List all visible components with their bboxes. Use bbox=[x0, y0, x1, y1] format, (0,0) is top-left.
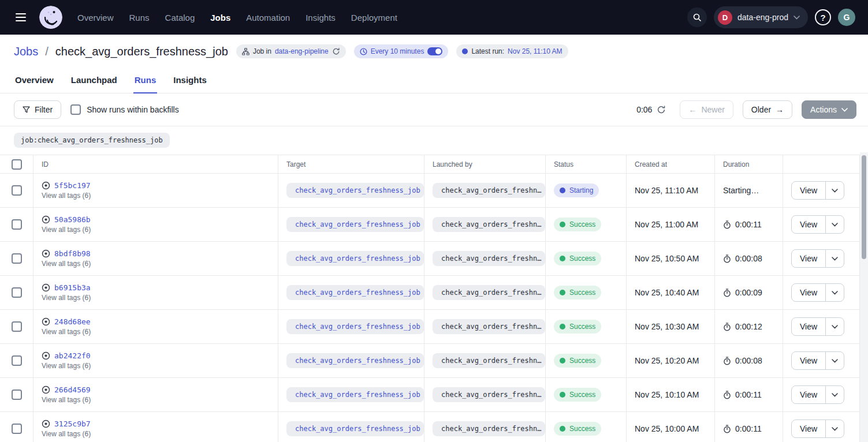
view-all-tags-link[interactable]: View all tags (6) bbox=[42, 328, 91, 336]
dagster-logo-icon[interactable] bbox=[39, 6, 62, 29]
target-chip[interactable]: check_avg_orders_freshness_job bbox=[286, 319, 424, 334]
deployment-switcher[interactable]: D data-eng-prod bbox=[714, 6, 808, 28]
tab-runs[interactable]: Runs bbox=[133, 69, 158, 93]
select-all-checkbox[interactable] bbox=[12, 159, 22, 170]
nav-item-deployment[interactable]: Deployment bbox=[351, 13, 397, 23]
nav-item-catalog[interactable]: Catalog bbox=[165, 13, 195, 23]
menu-icon[interactable] bbox=[12, 8, 30, 27]
stopwatch-icon bbox=[723, 220, 731, 229]
latest-run-status-dot-icon bbox=[462, 48, 468, 54]
view-button[interactable]: View bbox=[792, 250, 825, 267]
user-avatar[interactable]: G bbox=[838, 9, 855, 26]
latest-run-link[interactable]: Nov 25, 11:10 AM bbox=[508, 47, 562, 55]
target-chip[interactable]: check_avg_orders_freshness_job bbox=[286, 387, 424, 402]
view-dropdown-button[interactable] bbox=[825, 386, 844, 403]
launched-by-chip[interactable]: check_avg_orders_freshn… bbox=[433, 319, 545, 334]
status-dot-icon bbox=[560, 188, 565, 193]
launched-by-chip[interactable]: check_avg_orders_freshn… bbox=[433, 421, 545, 436]
newer-button[interactable]: ← Newer bbox=[680, 100, 733, 119]
schedule-toggle[interactable] bbox=[427, 47, 442, 55]
run-id-link[interactable]: 50a5986b bbox=[54, 215, 91, 224]
view-button[interactable]: View bbox=[792, 352, 825, 369]
job-location-chip: Job in data-eng-pipeline bbox=[236, 44, 346, 58]
view-button[interactable]: View bbox=[792, 318, 825, 335]
row-checkbox[interactable] bbox=[12, 185, 22, 196]
nav-item-overview[interactable]: Overview bbox=[77, 13, 114, 23]
job-filter-token[interactable]: job:check_avg_orders_freshness_job bbox=[14, 133, 170, 148]
row-checkbox[interactable] bbox=[12, 355, 22, 366]
search-button[interactable] bbox=[687, 8, 707, 27]
chevron-down-icon bbox=[832, 393, 838, 397]
target-chip[interactable]: check_avg_orders_freshness_job bbox=[286, 251, 424, 266]
backfills-checkbox[interactable] bbox=[70, 104, 81, 115]
stopwatch-icon bbox=[723, 289, 731, 297]
tab-launchpad[interactable]: Launchpad bbox=[70, 69, 118, 93]
view-button[interactable]: View bbox=[792, 386, 825, 403]
reload-location-icon[interactable] bbox=[332, 47, 340, 55]
older-button[interactable]: Older → bbox=[743, 100, 792, 119]
target-chip[interactable]: check_avg_orders_freshness_job bbox=[286, 353, 424, 368]
clock-icon bbox=[360, 48, 367, 55]
view-all-tags-link[interactable]: View all tags (6) bbox=[42, 260, 91, 268]
launched-by-chip[interactable]: check_avg_orders_freshn… bbox=[433, 217, 545, 232]
filter-button[interactable]: Filter bbox=[14, 100, 61, 119]
duration-value: 0:00:11 bbox=[735, 424, 762, 433]
run-id-link[interactable]: 266d4569 bbox=[54, 385, 91, 394]
view-all-tags-link[interactable]: View all tags (6) bbox=[42, 226, 91, 234]
scrollbar-thumb[interactable] bbox=[862, 155, 866, 259]
run-id-link[interactable]: ab2422f0 bbox=[54, 351, 91, 360]
nav-item-runs[interactable]: Runs bbox=[129, 13, 150, 23]
view-dropdown-button[interactable] bbox=[825, 250, 844, 267]
breadcrumb-jobs-link[interactable]: Jobs bbox=[14, 45, 38, 58]
nav-item-automation[interactable]: Automation bbox=[246, 13, 290, 23]
status-badge: Success bbox=[554, 388, 601, 402]
target-chip[interactable]: check_avg_orders_freshness_job bbox=[286, 217, 424, 232]
view-all-tags-link[interactable]: View all tags (6) bbox=[42, 396, 91, 404]
view-dropdown-button[interactable] bbox=[825, 318, 844, 335]
view-all-tags-link[interactable]: View all tags (6) bbox=[42, 362, 91, 370]
help-button[interactable]: ? bbox=[815, 9, 831, 25]
vertical-scrollbar[interactable] bbox=[860, 152, 868, 442]
view-dropdown-button[interactable] bbox=[825, 216, 844, 233]
target-chip[interactable]: check_avg_orders_freshness_job bbox=[286, 421, 424, 436]
status-dot-icon bbox=[560, 290, 565, 295]
row-checkbox[interactable] bbox=[12, 287, 22, 298]
target-chip[interactable]: check_avg_orders_freshness_job bbox=[286, 183, 424, 198]
run-id-link[interactable]: b6915b3a bbox=[54, 283, 91, 292]
row-checkbox[interactable] bbox=[12, 424, 22, 434]
view-button[interactable]: View bbox=[792, 216, 825, 233]
launched-by-chip[interactable]: check_avg_orders_freshn… bbox=[433, 387, 545, 402]
primary-nav: Overview Runs Catalog Jobs Automation In… bbox=[77, 13, 397, 23]
refresh-icon[interactable] bbox=[657, 105, 666, 114]
row-checkbox[interactable] bbox=[12, 389, 22, 400]
launched-by-chip[interactable]: check_avg_orders_freshn… bbox=[433, 285, 545, 300]
launched-by-chip[interactable]: check_avg_orders_freshn… bbox=[433, 251, 545, 266]
run-id-link[interactable]: 5f5bc197 bbox=[54, 181, 91, 190]
nav-item-jobs[interactable]: Jobs bbox=[210, 13, 230, 23]
job-location-link[interactable]: data-eng-pipeline bbox=[275, 47, 329, 55]
tab-insights[interactable]: Insights bbox=[172, 69, 208, 93]
view-button[interactable]: View bbox=[792, 420, 825, 437]
view-dropdown-button[interactable] bbox=[825, 284, 844, 301]
launched-by-chip[interactable]: check_avg_orders_freshn… bbox=[433, 183, 545, 198]
run-id-link[interactable]: 8bdf8b98 bbox=[54, 249, 91, 258]
header-status: Status bbox=[546, 155, 627, 174]
view-dropdown-button[interactable] bbox=[825, 182, 844, 199]
nav-item-insights[interactable]: Insights bbox=[306, 13, 336, 23]
target-chip[interactable]: check_avg_orders_freshness_job bbox=[286, 285, 424, 300]
run-id-link[interactable]: 3125c9b7 bbox=[54, 419, 91, 428]
view-button[interactable]: View bbox=[792, 182, 825, 199]
row-checkbox[interactable] bbox=[12, 253, 22, 264]
run-id-link[interactable]: 248d68ee bbox=[54, 317, 91, 326]
actions-button[interactable]: Actions bbox=[802, 100, 856, 119]
launched-by-chip[interactable]: check_avg_orders_freshn… bbox=[433, 353, 545, 368]
row-checkbox[interactable] bbox=[12, 219, 22, 230]
view-all-tags-link[interactable]: View all tags (6) bbox=[42, 430, 91, 438]
view-all-tags-link[interactable]: View all tags (6) bbox=[42, 192, 91, 200]
row-checkbox[interactable] bbox=[12, 321, 22, 332]
view-all-tags-link[interactable]: View all tags (6) bbox=[42, 294, 91, 302]
view-dropdown-button[interactable] bbox=[825, 420, 844, 437]
tab-overview[interactable]: Overview bbox=[14, 69, 55, 93]
view-dropdown-button[interactable] bbox=[825, 352, 844, 369]
view-button[interactable]: View bbox=[792, 284, 825, 301]
